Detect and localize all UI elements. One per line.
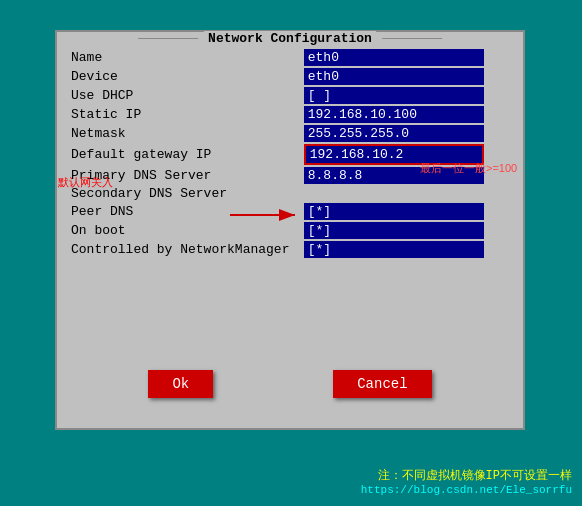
- field-label: Default gateway IP: [69, 143, 302, 166]
- field-value[interactable]: eth0: [302, 67, 511, 86]
- config-field-row: Nameeth0: [69, 48, 511, 67]
- config-field-row: Primary DNS Server8.8.8.8: [69, 166, 511, 185]
- bottom-note-link: https://blog.csdn.net/Ele_sorrfu: [361, 484, 572, 496]
- button-row: Ok Cancel: [69, 370, 511, 398]
- field-label: Peer DNS: [69, 202, 302, 221]
- field-value[interactable]: [ ]: [302, 86, 511, 105]
- gateway-annotation: 默认网关入: [58, 175, 113, 190]
- field-label: Use DHCP: [69, 86, 302, 105]
- config-field-row: Peer DNS[*]: [69, 202, 511, 221]
- field-value[interactable]: [*]: [302, 221, 511, 240]
- dialog-content: Nameeth0Deviceeth0Use DHCP[ ]Static IP19…: [69, 48, 511, 416]
- config-field-row: Controlled by NetworkManager[*]: [69, 240, 511, 259]
- field-label: Netmask: [69, 124, 302, 143]
- field-label: Device: [69, 67, 302, 86]
- cancel-button[interactable]: Cancel: [333, 370, 431, 398]
- field-value[interactable]: 8.8.8.8: [302, 166, 511, 185]
- bottom-note-text: 注：不同虚拟机镜像IP不可设置一样: [361, 467, 572, 484]
- field-value[interactable]: eth0: [302, 48, 511, 67]
- field-value[interactable]: 192.168.10.100: [302, 105, 511, 124]
- field-label: Controlled by NetworkManager: [69, 240, 302, 259]
- field-label: Name: [69, 48, 302, 67]
- config-field-row: Netmask255.255.255.0: [69, 124, 511, 143]
- field-value: [302, 185, 511, 202]
- config-field-row: Secondary DNS Server: [69, 185, 511, 202]
- field-value[interactable]: 192.168.10.2: [302, 143, 511, 166]
- title-line-left: [138, 38, 198, 39]
- config-field-row: On boot[*]: [69, 221, 511, 240]
- title-line-right: [382, 38, 442, 39]
- config-field-row: Use DHCP[ ]: [69, 86, 511, 105]
- ok-button[interactable]: Ok: [148, 370, 213, 398]
- field-value[interactable]: 255.255.255.0: [302, 124, 511, 143]
- config-field-row: Default gateway IP192.168.10.2: [69, 143, 511, 166]
- network-config-dialog: Network Configuration Nameeth0Deviceeth0…: [55, 30, 525, 430]
- config-field-row: Static IP192.168.10.100: [69, 105, 511, 124]
- bottom-notes: 注：不同虚拟机镜像IP不可设置一样 https://blog.csdn.net/…: [361, 467, 572, 496]
- config-field-row: Deviceeth0: [69, 67, 511, 86]
- field-label: On boot: [69, 221, 302, 240]
- field-value[interactable]: [*]: [302, 240, 511, 259]
- config-fields-table: Nameeth0Deviceeth0Use DHCP[ ]Static IP19…: [69, 48, 511, 259]
- field-value[interactable]: [*]: [302, 202, 511, 221]
- dialog-title: Network Configuration: [204, 31, 376, 46]
- field-label: Static IP: [69, 105, 302, 124]
- dialog-title-bar: Network Configuration: [138, 31, 442, 46]
